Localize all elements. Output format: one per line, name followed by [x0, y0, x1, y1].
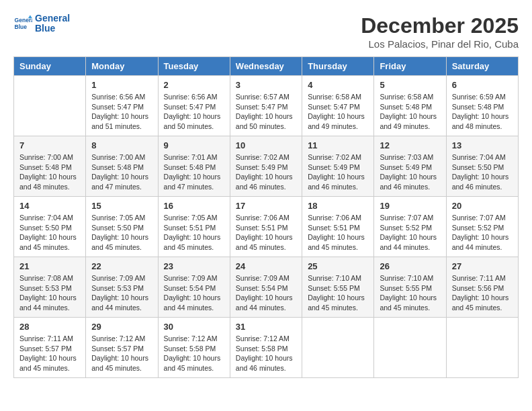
calendar-cell: 5Sunrise: 6:58 AM Sunset: 5:48 PM Daylig…	[374, 76, 446, 136]
cell-day-number: 12	[380, 140, 440, 150]
calendar-cell: 16Sunrise: 7:05 AM Sunset: 5:51 PM Dayli…	[158, 197, 230, 257]
calendar-header: SundayMondayTuesdayWednesdayThursdayFrid…	[14, 57, 519, 76]
cell-info: Sunrise: 7:01 AM Sunset: 5:48 PM Dayligh…	[164, 152, 224, 192]
cell-info: Sunrise: 7:02 AM Sunset: 5:49 PM Dayligh…	[308, 152, 368, 192]
cell-info: Sunrise: 7:02 AM Sunset: 5:49 PM Dayligh…	[236, 152, 296, 192]
calendar-cell: 28Sunrise: 7:11 AM Sunset: 5:57 PM Dayli…	[14, 318, 86, 378]
cell-day-number: 5	[380, 80, 440, 90]
cell-info: Sunrise: 7:10 AM Sunset: 5:55 PM Dayligh…	[380, 273, 440, 313]
cell-info: Sunrise: 7:04 AM Sunset: 5:50 PM Dayligh…	[452, 152, 513, 192]
cell-info: Sunrise: 7:06 AM Sunset: 5:51 PM Dayligh…	[308, 213, 368, 253]
cell-day-number: 6	[452, 80, 513, 90]
calendar-cell: 3Sunrise: 6:57 AM Sunset: 5:47 PM Daylig…	[230, 76, 302, 136]
calendar-cell: 7Sunrise: 7:00 AM Sunset: 5:48 PM Daylig…	[14, 136, 86, 197]
cell-info: Sunrise: 7:11 AM Sunset: 5:56 PM Dayligh…	[452, 273, 513, 313]
cell-day-number: 20	[452, 201, 513, 211]
week-row-1: 1Sunrise: 6:56 AM Sunset: 5:47 PM Daylig…	[14, 76, 519, 136]
header-row: SundayMondayTuesdayWednesdayThursdayFrid…	[14, 57, 519, 76]
calendar-cell: 8Sunrise: 7:00 AM Sunset: 5:48 PM Daylig…	[86, 136, 158, 197]
cell-day-number: 10	[236, 140, 296, 150]
cell-day-number: 24	[236, 261, 296, 271]
cell-info: Sunrise: 7:07 AM Sunset: 5:52 PM Dayligh…	[380, 213, 440, 253]
cell-day-number: 2	[164, 80, 224, 90]
cell-info: Sunrise: 7:03 AM Sunset: 5:49 PM Dayligh…	[380, 152, 440, 192]
cell-info: Sunrise: 7:11 AM Sunset: 5:57 PM Dayligh…	[19, 334, 80, 373]
calendar-cell: 18Sunrise: 7:06 AM Sunset: 5:51 PM Dayli…	[302, 197, 374, 257]
calendar-cell: 14Sunrise: 7:04 AM Sunset: 5:50 PM Dayli…	[14, 197, 86, 257]
cell-day-number: 15	[91, 201, 152, 211]
cell-day-number: 22	[91, 261, 152, 271]
column-header-friday: Friday	[374, 57, 446, 76]
calendar-cell: 12Sunrise: 7:03 AM Sunset: 5:49 PM Dayli…	[374, 136, 446, 197]
cell-info: Sunrise: 7:09 AM Sunset: 5:53 PM Dayligh…	[91, 273, 152, 313]
logo-text: GeneralBlue	[35, 13, 70, 34]
calendar-cell: 9Sunrise: 7:01 AM Sunset: 5:48 PM Daylig…	[158, 136, 230, 197]
calendar-cell: 24Sunrise: 7:09 AM Sunset: 5:54 PM Dayli…	[230, 257, 302, 318]
calendar-cell: 1Sunrise: 6:56 AM Sunset: 5:47 PM Daylig…	[86, 76, 158, 136]
calendar-body: 1Sunrise: 6:56 AM Sunset: 5:47 PM Daylig…	[14, 76, 519, 378]
cell-day-number: 21	[19, 261, 80, 271]
calendar-cell: 4Sunrise: 6:58 AM Sunset: 5:47 PM Daylig…	[302, 76, 374, 136]
cell-day-number: 11	[308, 140, 368, 150]
calendar-cell: 21Sunrise: 7:08 AM Sunset: 5:53 PM Dayli…	[14, 257, 86, 318]
cell-info: Sunrise: 7:00 AM Sunset: 5:48 PM Dayligh…	[91, 152, 152, 192]
column-header-monday: Monday	[86, 57, 158, 76]
week-row-4: 21Sunrise: 7:08 AM Sunset: 5:53 PM Dayli…	[14, 257, 519, 318]
cell-info: Sunrise: 6:57 AM Sunset: 5:47 PM Dayligh…	[236, 92, 296, 132]
cell-info: Sunrise: 7:12 AM Sunset: 5:58 PM Dayligh…	[164, 334, 224, 373]
week-row-3: 14Sunrise: 7:04 AM Sunset: 5:50 PM Dayli…	[14, 197, 519, 257]
cell-info: Sunrise: 7:05 AM Sunset: 5:50 PM Dayligh…	[91, 213, 152, 253]
cell-info: Sunrise: 6:56 AM Sunset: 5:47 PM Dayligh…	[91, 92, 152, 132]
title-block: December 2025 Los Palacios, Pinar del Ri…	[361, 13, 519, 50]
subtitle: Los Palacios, Pinar del Rio, Cuba	[361, 38, 519, 50]
page-header: General Blue GeneralBlue December 2025 L…	[13, 13, 519, 50]
cell-day-number: 26	[380, 261, 440, 271]
calendar-cell: 13Sunrise: 7:04 AM Sunset: 5:50 PM Dayli…	[446, 136, 518, 197]
cell-day-number: 14	[19, 201, 80, 211]
cell-info: Sunrise: 7:12 AM Sunset: 5:58 PM Dayligh…	[236, 334, 296, 373]
cell-info: Sunrise: 7:12 AM Sunset: 5:57 PM Dayligh…	[91, 334, 152, 373]
cell-info: Sunrise: 7:09 AM Sunset: 5:54 PM Dayligh…	[236, 273, 296, 313]
cell-info: Sunrise: 7:10 AM Sunset: 5:55 PM Dayligh…	[308, 273, 368, 313]
cell-info: Sunrise: 7:08 AM Sunset: 5:53 PM Dayligh…	[19, 273, 80, 313]
cell-info: Sunrise: 6:56 AM Sunset: 5:47 PM Dayligh…	[164, 92, 224, 132]
calendar-cell	[446, 318, 518, 378]
column-header-tuesday: Tuesday	[158, 57, 230, 76]
cell-day-number: 1	[91, 80, 152, 90]
cell-day-number: 7	[19, 140, 80, 150]
calendar-cell	[374, 318, 446, 378]
cell-day-number: 27	[452, 261, 513, 271]
calendar-cell: 15Sunrise: 7:05 AM Sunset: 5:50 PM Dayli…	[86, 197, 158, 257]
calendar-cell: 30Sunrise: 7:12 AM Sunset: 5:58 PM Dayli…	[158, 318, 230, 378]
cell-day-number: 9	[164, 140, 224, 150]
cell-day-number: 8	[91, 140, 152, 150]
cell-day-number: 28	[19, 322, 80, 332]
cell-day-number: 4	[308, 80, 368, 90]
calendar-cell: 11Sunrise: 7:02 AM Sunset: 5:49 PM Dayli…	[302, 136, 374, 197]
calendar-table: SundayMondayTuesdayWednesdayThursdayFrid…	[13, 56, 519, 378]
cell-day-number: 13	[452, 140, 513, 150]
cell-info: Sunrise: 7:00 AM Sunset: 5:48 PM Dayligh…	[19, 152, 80, 192]
cell-day-number: 31	[236, 322, 296, 332]
cell-day-number: 29	[91, 322, 152, 332]
cell-info: Sunrise: 7:06 AM Sunset: 5:51 PM Dayligh…	[236, 213, 296, 253]
cell-info: Sunrise: 6:59 AM Sunset: 5:48 PM Dayligh…	[452, 92, 513, 132]
cell-info: Sunrise: 7:05 AM Sunset: 5:51 PM Dayligh…	[164, 213, 224, 253]
svg-text:Blue: Blue	[15, 24, 28, 30]
calendar-cell: 19Sunrise: 7:07 AM Sunset: 5:52 PM Dayli…	[374, 197, 446, 257]
week-row-2: 7Sunrise: 7:00 AM Sunset: 5:48 PM Daylig…	[14, 136, 519, 197]
cell-day-number: 17	[236, 201, 296, 211]
calendar-cell	[302, 318, 374, 378]
cell-day-number: 3	[236, 80, 296, 90]
cell-info: Sunrise: 7:09 AM Sunset: 5:54 PM Dayligh…	[164, 273, 224, 313]
cell-day-number: 25	[308, 261, 368, 271]
calendar-cell	[14, 76, 86, 136]
column-header-sunday: Sunday	[14, 57, 86, 76]
calendar-cell: 23Sunrise: 7:09 AM Sunset: 5:54 PM Dayli…	[158, 257, 230, 318]
cell-day-number: 30	[164, 322, 224, 332]
cell-info: Sunrise: 7:04 AM Sunset: 5:50 PM Dayligh…	[19, 213, 80, 253]
calendar-cell: 31Sunrise: 7:12 AM Sunset: 5:58 PM Dayli…	[230, 318, 302, 378]
column-header-wednesday: Wednesday	[230, 57, 302, 76]
cell-day-number: 18	[308, 201, 368, 211]
logo-icon: General Blue	[13, 14, 32, 33]
